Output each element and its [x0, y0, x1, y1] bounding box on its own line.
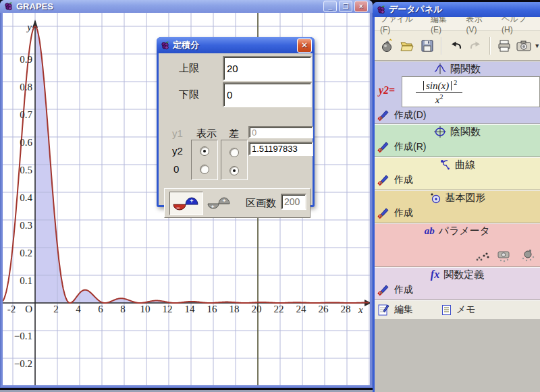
- curve-create-button[interactable]: 作成: [375, 172, 540, 188]
- menu-file[interactable]: ファイル(F): [375, 17, 425, 34]
- section-implicit-function: 陰関数 作成(R): [375, 123, 540, 157]
- memo-document-icon[interactable]: [441, 304, 452, 316]
- section-basic-shapes: 基本図形 作成: [375, 190, 540, 223]
- svg-text:0.5: 0.5: [20, 165, 32, 175]
- svg-text:4: 4: [76, 304, 81, 314]
- parameter-tools: [475, 249, 536, 262]
- menu-edit[interactable]: 編集(E): [425, 17, 461, 34]
- camera-dropdown-icon[interactable]: ▼: [534, 43, 540, 49]
- formula-editor[interactable]: sin(x)2 x2: [402, 76, 540, 107]
- shading-mode-panel: − + + + 区画数: [164, 188, 310, 218]
- dialog-titlebar[interactable]: 定積分 ✕: [157, 37, 315, 53]
- close-button[interactable]: ×: [354, 1, 368, 12]
- edit-memo-row: 編集 メモ: [375, 300, 540, 319]
- formula-lhs: y2=: [379, 84, 395, 96]
- lower-limit-label: 下限: [179, 88, 199, 101]
- undo-icon[interactable]: [447, 37, 464, 55]
- svg-text:x: x: [358, 304, 363, 315]
- open-folder-icon[interactable]: [398, 37, 415, 55]
- memo-button[interactable]: メモ: [456, 304, 476, 316]
- radio-zero-diff[interactable]: [230, 166, 239, 175]
- diff-top-input: [248, 126, 313, 138]
- upper-limit-label: 上限: [179, 62, 199, 75]
- edit-notepad-icon[interactable]: [378, 304, 389, 316]
- upper-limit-input[interactable]: [223, 56, 312, 81]
- dialog-close-icon[interactable]: ✕: [297, 38, 312, 53]
- basic-shapes-create-label: 作成: [394, 207, 413, 219]
- formula-fraction: sin(x)2 x2: [416, 79, 462, 106]
- formula-row: y2= sin(x)2 x2: [375, 76, 540, 107]
- new-bomb-icon[interactable]: [379, 37, 396, 55]
- camera-trace-icon[interactable]: [497, 250, 513, 262]
- pen-icon: [377, 142, 390, 153]
- radio-zero-display[interactable]: [200, 165, 209, 174]
- svg-text:0.9: 0.9: [20, 54, 32, 65]
- basic-shapes-create-button[interactable]: 作成: [375, 205, 540, 221]
- svg-text:0.4: 0.4: [20, 192, 32, 203]
- paw-prints-icon[interactable]: [475, 252, 490, 262]
- svg-text:6: 6: [98, 304, 103, 314]
- radio-y2-diff[interactable]: [230, 148, 239, 157]
- maximize-button[interactable]: ❐: [339, 1, 352, 12]
- svg-text:y: y: [26, 22, 32, 32]
- implicit-create-button[interactable]: 作成(R): [375, 139, 540, 155]
- section-explicit-function: 陽関数 y2= sin(x)2 x2: [375, 61, 540, 123]
- partitions-label: 区画数: [246, 197, 276, 210]
- print-icon[interactable]: [495, 37, 512, 55]
- absolute-wave-icon: + +: [207, 195, 232, 211]
- diff-column-label: 差: [229, 128, 239, 140]
- absolute-area-mode-button[interactable]: + +: [205, 194, 234, 212]
- svg-text:O: O: [25, 304, 32, 314]
- section-curve: 曲線 作成: [375, 157, 540, 190]
- curve-section-title: 曲線: [455, 159, 475, 171]
- function-definition-create-button[interactable]: 作成: [375, 282, 540, 298]
- menu-view[interactable]: 表示(V): [461, 17, 497, 34]
- svg-text:18: 18: [230, 304, 240, 314]
- lower-limit-input[interactable]: [223, 82, 312, 107]
- svg-text:12: 12: [163, 304, 173, 314]
- grapes-window-title: GRAPES: [16, 1, 53, 11]
- svg-text:24: 24: [296, 304, 307, 314]
- save-icon[interactable]: [418, 37, 435, 55]
- svg-text:14: 14: [185, 304, 196, 314]
- svg-text:0.2: 0.2: [20, 248, 32, 258]
- svg-text:0.1: 0.1: [20, 275, 32, 286]
- curve-create-label: 作成: [394, 174, 413, 186]
- display-column-label: 表示: [196, 128, 217, 140]
- edit-button[interactable]: 編集: [394, 304, 413, 316]
- panel-toolbar: ▼: [375, 31, 540, 61]
- signed-area-mode-button[interactable]: − +: [169, 192, 203, 215]
- basic-shapes-section-title: 基本図形: [446, 192, 486, 204]
- camera-icon[interactable]: [516, 37, 533, 55]
- grapes-titlebar[interactable]: GRAPES _ ❐ ×: [0, 0, 373, 13]
- pen-icon: [377, 208, 390, 219]
- dialog-title: 定積分: [173, 39, 199, 51]
- svg-text:−: −: [176, 204, 180, 211]
- grape-icon: [160, 40, 170, 51]
- panel-menubar: ファイル(F) 編集(E) 表示(V) ヘルプ(H): [375, 17, 540, 31]
- svg-text:+: +: [211, 204, 215, 210]
- panel-titlebar[interactable]: データパネル: [373, 2, 540, 17]
- minimize-button[interactable]: _: [323, 1, 337, 12]
- bomb-trace-icon[interactable]: [520, 249, 536, 262]
- function-definition-create-label: 作成: [394, 284, 413, 296]
- svg-text:−0.1: −0.1: [14, 331, 32, 341]
- panel-title: データパネル: [389, 3, 443, 16]
- row-zero-label: 0: [173, 163, 179, 175]
- partitions-input[interactable]: [281, 194, 306, 210]
- explicit-create-button[interactable]: 作成(D): [375, 107, 540, 123]
- implicit-function-icon: [434, 126, 446, 138]
- parameter-section-title: パラメータ: [439, 225, 490, 237]
- svg-text:-2: -2: [7, 304, 16, 314]
- svg-text:0.3: 0.3: [20, 220, 32, 231]
- redo-icon: [467, 37, 484, 55]
- svg-text:2: 2: [53, 304, 59, 314]
- function-definition-section-title: 関数定義: [443, 269, 484, 281]
- integral-result-input[interactable]: [248, 142, 313, 156]
- svg-text:10: 10: [140, 304, 151, 314]
- radio-y2-display[interactable]: [200, 146, 209, 156]
- menu-help[interactable]: ヘルプ(H): [496, 17, 540, 34]
- section-parameter: ab パラメータ: [375, 223, 540, 267]
- panel-body: ファイル(F) 編集(E) 表示(V) ヘルプ(H): [375, 17, 540, 392]
- formula-numerator: sin(x): [426, 80, 449, 91]
